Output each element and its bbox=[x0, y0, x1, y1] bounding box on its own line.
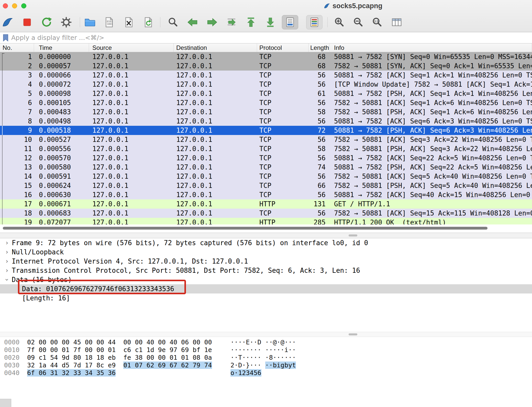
toolbar-separator bbox=[80, 17, 80, 27]
cell-proto: TCP bbox=[257, 61, 309, 71]
cell-src: 127.0.0.1 bbox=[89, 163, 174, 172]
hex-bytes: 02 00 00 00 45 00 00 44 00 00 40 00 40 0… bbox=[27, 338, 230, 346]
pane-splitter-bottom[interactable] bbox=[0, 332, 532, 337]
close-window-button[interactable] bbox=[3, 3, 8, 8]
chevron-collapsed-icon[interactable]: › bbox=[4, 238, 10, 247]
cell-proto: TCP bbox=[257, 190, 309, 199]
cell-len: 68 bbox=[309, 61, 329, 71]
packet-row[interactable]: 20.000057127.0.0.1127.0.0.1TCP687582 → 5… bbox=[0, 61, 532, 71]
zoom-original-button[interactable]: 1:1 bbox=[370, 15, 384, 29]
pane-splitter-top[interactable] bbox=[0, 233, 532, 238]
packet-row[interactable]: 130.000580127.0.0.1127.0.0.1TCP7450881 →… bbox=[0, 163, 532, 172]
chevron-spacer bbox=[4, 293, 20, 303]
bottom-corner bbox=[0, 399, 11, 407]
zoom-in-icon bbox=[333, 16, 345, 28]
packet-row[interactable]: 90.000518127.0.0.1127.0.0.1TCP7250881 → … bbox=[0, 126, 532, 135]
detail-line[interactable]: ›Frame 9: 72 bytes on wire (576 bits), 7… bbox=[0, 238, 532, 247]
resize-columns-button[interactable] bbox=[390, 15, 404, 29]
packet-row[interactable]: 10.000000127.0.0.1127.0.0.1TCP6850881 → … bbox=[0, 52, 532, 61]
packet-row[interactable]: 100.000527127.0.0.1127.0.0.1TCP567582 → … bbox=[0, 135, 532, 144]
packet-row[interactable]: 50.000098127.0.0.1127.0.0.1TCP6150881 → … bbox=[0, 89, 532, 98]
detail-line[interactable]: ›Internet Protocol Version 4, Src: 127.0… bbox=[0, 257, 532, 266]
splitter-handle-icon[interactable] bbox=[349, 234, 357, 236]
splitter-handle-icon[interactable] bbox=[349, 333, 357, 335]
detail-line[interactable]: [Length: 16] bbox=[0, 293, 532, 303]
packet-row[interactable]: 190.072077127.0.0.1127.0.0.1HTTP285HTTP/… bbox=[0, 218, 532, 224]
colorize-toggle[interactable] bbox=[306, 15, 323, 29]
stop-capture-button[interactable] bbox=[20, 15, 34, 29]
go-to-packet-button[interactable] bbox=[224, 15, 239, 29]
hex-row[interactable]: 003032 1a 44 d5 7d 17 8c e9 01 07 62 69 … bbox=[4, 361, 532, 369]
chevron-expanded-icon[interactable]: › bbox=[2, 276, 12, 283]
cell-info: 7582 → 50881 [ACK] Seq=1 Ack=6 Win=40825… bbox=[329, 98, 532, 107]
bookmark-icon[interactable] bbox=[2, 34, 9, 42]
hex-row[interactable]: 000002 00 00 00 45 00 00 44 00 00 40 00 … bbox=[4, 338, 532, 346]
cell-info: 7582 → 50881 [PSH, ACK] Seq=5 Ack=40 Win… bbox=[329, 181, 532, 190]
column-header-protocol[interactable]: Protocol bbox=[257, 43, 309, 52]
cell-time: 0.000683 bbox=[34, 209, 89, 218]
go-back-button[interactable] bbox=[185, 15, 200, 29]
auto-scroll-toggle[interactable] bbox=[282, 15, 298, 29]
column-header-info[interactable]: Info bbox=[329, 43, 532, 52]
capture-options-button[interactable] bbox=[59, 15, 73, 29]
cell-time: 0.000671 bbox=[34, 199, 89, 209]
packet-row[interactable]: 170.000671127.0.0.1127.0.0.1HTTP131GET /… bbox=[0, 199, 532, 209]
start-capture-button[interactable] bbox=[0, 15, 15, 29]
open-file-button[interactable] bbox=[83, 15, 97, 29]
packet-row[interactable]: 40.000072127.0.0.1127.0.0.1TCP56[TCP Win… bbox=[0, 80, 532, 89]
chevron-collapsed-icon[interactable]: › bbox=[4, 266, 10, 275]
close-file-button[interactable] bbox=[122, 15, 136, 29]
column-header-no[interactable]: No. bbox=[0, 43, 34, 52]
column-header-length[interactable]: Length bbox=[309, 43, 329, 52]
cell-proto: TCP bbox=[257, 98, 309, 107]
go-to-first-packet-button[interactable] bbox=[244, 15, 258, 29]
column-header-destination[interactable]: Destination bbox=[174, 43, 257, 52]
detail-text: Internet Protocol Version 4, Src: 127.0.… bbox=[12, 257, 248, 266]
minimize-window-button[interactable] bbox=[12, 3, 17, 8]
hex-row[interactable]: 00406f 06 31 32 33 34 35 36 o·123456 bbox=[4, 369, 532, 377]
detail-line[interactable]: ›Data (16 bytes) bbox=[0, 275, 532, 284]
packet-row[interactable]: 120.000570127.0.0.1127.0.0.1TCP5650881 →… bbox=[0, 153, 532, 163]
chevron-collapsed-icon[interactable]: › bbox=[4, 247, 10, 257]
packet-row[interactable]: 80.000498127.0.0.1127.0.0.1TCP5650881 → … bbox=[0, 117, 532, 126]
cell-src: 127.0.0.1 bbox=[89, 61, 174, 71]
hex-ascii: ··T····· ·8······ bbox=[230, 354, 296, 361]
zoom-in-button[interactable] bbox=[332, 15, 346, 29]
save-file-button[interactable]: 0101 1001 bbox=[102, 15, 116, 29]
packet-row[interactable]: 30.000066127.0.0.1127.0.0.1TCP5650881 → … bbox=[0, 71, 532, 80]
display-filter-input[interactable] bbox=[11, 33, 528, 42]
cell-len: 58 bbox=[309, 144, 329, 153]
detail-line[interactable]: ›Null/Loopback bbox=[0, 247, 532, 257]
packet-row[interactable]: 150.000624127.0.0.1127.0.0.1TCP667582 → … bbox=[0, 181, 532, 190]
packet-row[interactable]: 140.000591127.0.0.1127.0.0.1TCP567582 → … bbox=[0, 172, 532, 181]
chevron-collapsed-icon[interactable]: › bbox=[4, 257, 10, 266]
column-header-source[interactable]: Source bbox=[89, 43, 174, 52]
cell-info: 50881 → 7582 [ACK] Seq=1 Ack=1 Win=40825… bbox=[329, 71, 532, 80]
packet-row[interactable]: 60.000105127.0.0.1127.0.0.1TCP567582 → 5… bbox=[0, 98, 532, 107]
cell-no: 12 bbox=[0, 153, 34, 163]
hex-row[interactable]: 002009 c1 54 9d 80 18 18 eb fe 38 00 00 … bbox=[4, 354, 532, 361]
detail-text: Data (16 bytes) bbox=[12, 275, 72, 284]
detail-line[interactable]: ›Transmission Control Protocol, Src Port… bbox=[0, 266, 532, 275]
restart-capture-button[interactable] bbox=[39, 15, 54, 29]
cell-len: 66 bbox=[309, 181, 329, 190]
go-forward-button[interactable] bbox=[205, 15, 219, 29]
reload-file-button[interactable] bbox=[141, 15, 156, 29]
cell-info: 50881 → 7582 [ACK] Seq=6 Ack=3 Win=40825… bbox=[329, 117, 532, 126]
zoom-out-button[interactable] bbox=[351, 15, 365, 29]
find-packet-button[interactable] bbox=[166, 15, 180, 29]
cell-no: 13 bbox=[0, 163, 34, 172]
packet-row[interactable]: 160.000630127.0.0.1127.0.0.1TCP5650881 →… bbox=[0, 190, 532, 199]
packet-row[interactable]: 180.000683127.0.0.1127.0.0.1TCP567582 → … bbox=[0, 209, 532, 218]
fullscreen-window-button[interactable] bbox=[21, 3, 26, 8]
detail-line[interactable]: Data: 01076269676279746f06313233343536 bbox=[0, 284, 532, 293]
packet-row[interactable]: 70.000483127.0.0.1127.0.0.1TCP587582 → 5… bbox=[0, 107, 532, 117]
cell-dst: 127.0.0.1 bbox=[174, 61, 257, 71]
packet-row[interactable]: 110.000556127.0.0.1127.0.0.1TCP587582 → … bbox=[0, 144, 532, 153]
cell-no: 8 bbox=[0, 117, 34, 126]
go-to-last-packet-button[interactable] bbox=[263, 15, 278, 29]
window-titlebar: socks5.pcapng bbox=[0, 0, 532, 32]
column-header-time[interactable]: Time bbox=[34, 43, 89, 52]
hex-row[interactable]: 00107f 00 00 01 7f 00 00 01 c6 c1 1d 9e … bbox=[4, 346, 532, 354]
h-scrollbar-thumb[interactable] bbox=[3, 227, 487, 230]
